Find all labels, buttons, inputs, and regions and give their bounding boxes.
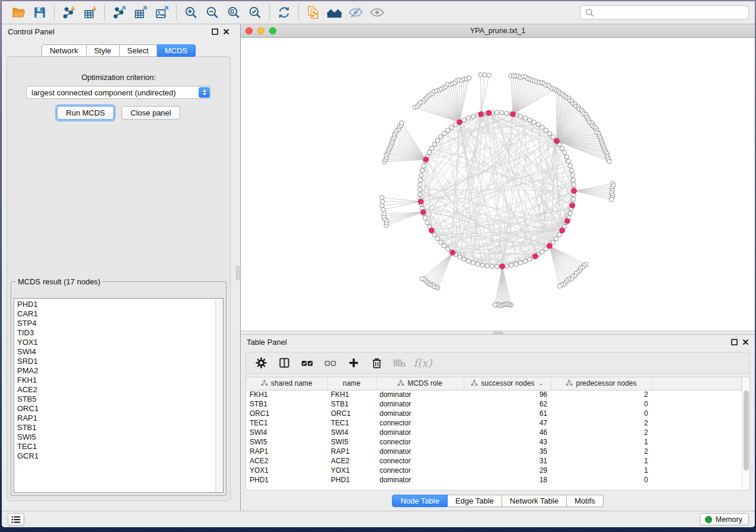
zoom-selected-button[interactable] — [244, 3, 266, 22]
table-row[interactable]: YOX1YOX1connector291 — [246, 466, 742, 475]
tab-select[interactable]: Select — [120, 44, 157, 57]
mcds-result-item[interactable]: SWI5 — [17, 432, 215, 442]
table-cell[interactable]: STB1 — [327, 399, 376, 409]
tab-node-table[interactable]: Node Table — [392, 495, 448, 507]
split-panel-button[interactable] — [275, 354, 293, 372]
horizontal-splitter[interactable] — [241, 331, 755, 335]
deselect-all-columns-button[interactable] — [321, 354, 339, 372]
tab-motifs[interactable]: Motifs — [567, 495, 604, 507]
table-cell[interactable]: RAP1 — [327, 447, 376, 456]
table-cell[interactable]: 31 — [464, 456, 551, 466]
close-panel-icon[interactable] — [742, 339, 749, 345]
export-table-button[interactable] — [130, 3, 151, 22]
mcds-result-item[interactable]: PMA2 — [17, 366, 215, 376]
table-scrollbar[interactable] — [742, 377, 749, 490]
table-cell[interactable]: 43 — [464, 437, 551, 447]
add-column-button[interactable] — [344, 354, 362, 372]
table-cell[interactable]: SWI5 — [246, 437, 327, 447]
float-panel-icon[interactable] — [731, 339, 738, 345]
search-box[interactable] — [580, 5, 749, 20]
network-canvas[interactable] — [241, 38, 755, 331]
table-cell[interactable]: 46 — [464, 428, 551, 437]
optimization-criterion-dropdown[interactable]: largest connected component (undirected) — [26, 86, 211, 99]
table-cell[interactable]: STB1 — [246, 399, 327, 409]
table-cell[interactable]: ORC1 — [246, 409, 327, 418]
table-row[interactable]: FKH1FKH1dominator962 — [246, 390, 742, 399]
table-cell[interactable]: 29 — [464, 466, 551, 475]
table-row[interactable]: ORC1ORC1dominator610 — [246, 409, 742, 418]
splitter-grip[interactable] — [493, 332, 503, 334]
table-cell[interactable]: 2 — [551, 390, 652, 399]
export-network-button[interactable] — [109, 3, 130, 22]
table-cell[interactable]: 2 — [551, 447, 652, 456]
search-input[interactable] — [594, 8, 744, 17]
table-cell[interactable]: dominator — [376, 447, 464, 456]
import-table-button[interactable] — [79, 3, 101, 22]
table-cell[interactable]: 0 — [551, 475, 652, 485]
mcds-result-item[interactable]: CAR1 — [17, 309, 215, 319]
mcds-result-item[interactable]: PHD1 — [17, 300, 215, 309]
table-cell[interactable]: 2 — [551, 418, 652, 428]
float-panel-icon[interactable] — [212, 28, 218, 35]
table-cell[interactable]: YOX1 — [327, 466, 376, 475]
memory-button[interactable]: Memory — [700, 513, 749, 525]
mcds-result-item[interactable]: GCR1 — [17, 451, 215, 461]
zoom-out-button[interactable] — [202, 3, 223, 22]
table-cell[interactable]: 62 — [464, 399, 551, 409]
tab-network[interactable]: Network — [42, 44, 87, 57]
mcds-result-item[interactable]: STB1 — [17, 423, 215, 432]
table-cell[interactable]: PHD1 — [246, 475, 327, 485]
table-cell[interactable]: 1 — [551, 456, 652, 466]
table-cell[interactable]: 35 — [464, 447, 551, 456]
mcds-result-item[interactable]: STB5 — [17, 395, 215, 404]
table-cell[interactable]: 1 — [551, 437, 652, 447]
zoom-fit-button[interactable] — [223, 3, 244, 22]
save-session-button[interactable] — [29, 3, 50, 22]
mcds-result-item[interactable]: TID3 — [17, 328, 215, 338]
column-header-predecessor-nodes[interactable]: predecessor nodes — [551, 377, 652, 390]
splitter-grip[interactable] — [236, 266, 240, 280]
tab-mcds[interactable]: MCDS — [157, 44, 196, 57]
function-builder-button[interactable]: f(x) — [414, 354, 432, 372]
table-cell[interactable]: connector — [376, 456, 464, 466]
run-mcds-button[interactable]: Run MCDS — [57, 106, 114, 120]
table-cell[interactable]: FKH1 — [327, 390, 376, 399]
mcds-result-item[interactable]: STP4 — [17, 319, 215, 328]
network-graph[interactable] — [241, 38, 755, 331]
vertical-splitter[interactable] — [235, 24, 241, 511]
table-cell[interactable]: RAP1 — [246, 447, 327, 456]
table-cell[interactable]: dominator — [376, 399, 464, 409]
zoom-in-button[interactable] — [180, 3, 202, 22]
column-header-successor-nodes[interactable]: successor nodes⌄ — [464, 377, 551, 390]
hide-selected-button[interactable] — [345, 3, 366, 22]
table-cell[interactable]: connector — [376, 437, 464, 447]
table-cell[interactable]: TEC1 — [327, 418, 376, 428]
table-cell[interactable]: dominator — [376, 428, 464, 437]
table-cell[interactable]: dominator — [376, 409, 464, 418]
task-history-button[interactable] — [8, 513, 24, 526]
new-network-from-selection-button[interactable] — [302, 3, 324, 22]
table-settings-button[interactable] — [252, 354, 270, 372]
tab-style[interactable]: Style — [87, 44, 120, 57]
table-cell[interactable]: ACE2 — [327, 456, 376, 466]
mcds-result-item[interactable]: SRD1 — [17, 357, 215, 366]
column-header-shared-name[interactable]: shared name — [246, 377, 327, 390]
table-cell[interactable]: dominator — [376, 390, 464, 399]
table-cell[interactable]: SWI4 — [327, 428, 376, 437]
mcds-result-item[interactable]: YOX1 — [17, 338, 215, 347]
show-all-button[interactable] — [366, 3, 388, 22]
mcds-result-item[interactable]: FKH1 — [17, 376, 215, 385]
table-cell[interactable]: YOX1 — [246, 466, 327, 475]
tab-edge-table[interactable]: Edge Table — [448, 495, 502, 507]
mcds-result-item[interactable]: RAP1 — [17, 414, 215, 423]
table-row[interactable]: STB1STB1dominator620 — [246, 399, 742, 409]
table-row[interactable]: ACE2ACE2connector311 — [246, 456, 742, 466]
table-row[interactable]: TEC1TEC1connector472 — [246, 418, 742, 428]
table-cell[interactable]: SWI4 — [246, 428, 327, 437]
table-cell[interactable]: TEC1 — [246, 418, 327, 428]
close-panel-button[interactable]: Close panel — [122, 106, 180, 120]
apply-layout-button[interactable] — [273, 3, 295, 22]
table-cell[interactable]: 1 — [551, 466, 652, 475]
table-scrollbar-thumb[interactable] — [744, 390, 749, 470]
column-header-name[interactable]: name — [327, 377, 376, 390]
